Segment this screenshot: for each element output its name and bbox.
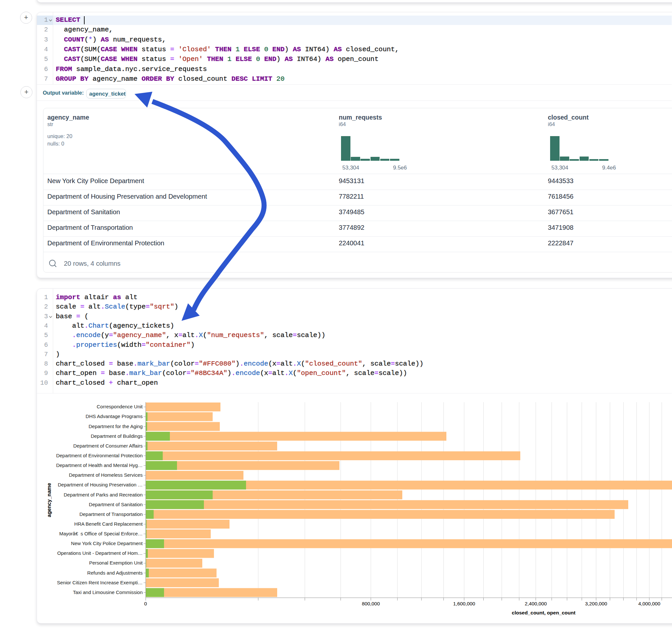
svg-text:Department of Homeless Service: Department of Homeless Services [69, 472, 143, 478]
svg-text:Correspondence Unit: Correspondence Unit [97, 404, 143, 409]
svg-text:Department of Buildings: Department of Buildings [91, 433, 143, 439]
svg-text:Refunds and Adjustments: Refunds and Adjustments [87, 570, 143, 576]
svg-text:HRA Benefit Card Replacement: HRA Benefit Card Replacement [74, 521, 143, 527]
svg-text:Department of Sanitation: Department of Sanitation [89, 502, 143, 507]
svg-text:Department of Health and Menta: Department of Health and Mental Hyg… [56, 462, 143, 468]
svg-text:DHS Advantage Programs: DHS Advantage Programs [86, 413, 143, 419]
svg-text:800,000: 800,000 [362, 601, 380, 606]
svg-text:agency_name: agency_name [46, 483, 52, 517]
svg-text:Department of Consumer Affairs: Department of Consumer Affairs [73, 443, 143, 449]
svg-text:4,000,000: 4,000,000 [638, 601, 660, 606]
svg-text:Personal Exemption Unit: Personal Exemption Unit [89, 560, 143, 565]
svg-text:Operations Unit - Department o: Operations Unit - Department of Hom… [57, 550, 143, 556]
svg-text:Department of Parks and Recrea: Department of Parks and Recreation [64, 492, 143, 498]
svg-text:Mayorâ€ s Office of Special En: Mayorâ€ s Office of Special Enforce… [59, 531, 143, 536]
svg-text:Department of Housing Preserva: Department of Housing Preservation … [58, 482, 143, 487]
svg-text:1,600,000: 1,600,000 [453, 601, 475, 606]
svg-text:Senior Citizen Rent Increase E: Senior Citizen Rent Increase Exempti… [57, 580, 143, 585]
svg-text:2,400,000: 2,400,000 [525, 601, 547, 606]
svg-text:closed_count, open_count: closed_count, open_count [512, 610, 575, 615]
svg-text:Department of Transportation: Department of Transportation [79, 511, 143, 517]
svg-text:Department of Environmental Pr: Department of Environmental Protection [56, 453, 143, 458]
svg-text:Department for the Aging: Department for the Aging [89, 423, 143, 429]
svg-text:3,200,000: 3,200,000 [585, 601, 607, 606]
svg-text:New York City Police Departmen: New York City Police Department [71, 540, 143, 546]
svg-text:0: 0 [144, 601, 147, 606]
svg-text:Taxi and Limousine Commission: Taxi and Limousine Commission [73, 589, 143, 595]
